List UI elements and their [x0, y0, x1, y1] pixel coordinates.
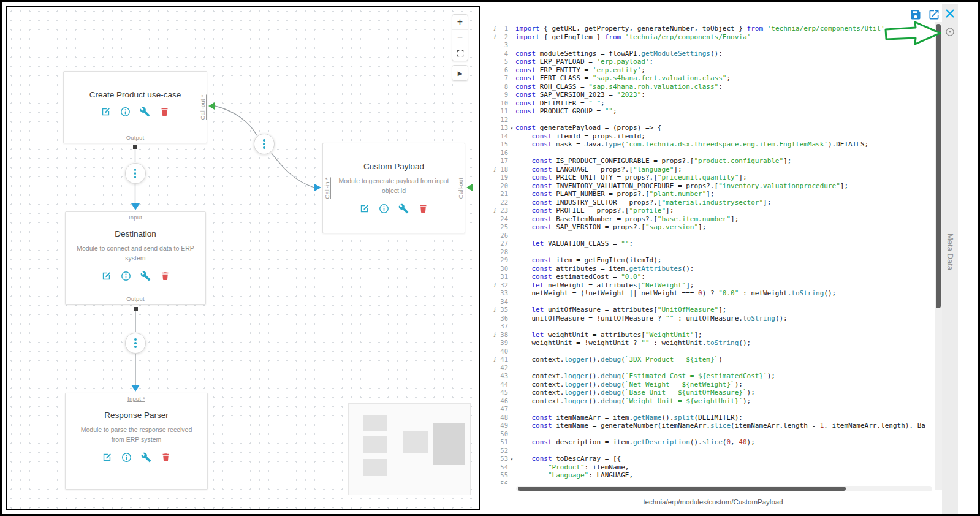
code-line[interactable]: 51 const description = item.getDescripti… — [484, 438, 933, 447]
code-line[interactable]: 47 — [484, 405, 933, 414]
code-line[interactable]: 37 — [484, 322, 933, 331]
code-editor-panel[interactable]: i1import { getURL, getProperty, generate… — [484, 4, 942, 514]
node-create-product-use-case[interactable]: Create Product use-case Output Call-out … — [63, 71, 207, 143]
code-line[interactable]: i38 let weightUnit = attributes["WeightU… — [484, 331, 933, 340]
fold-toggle[interactable]: ▾ — [508, 124, 515, 133]
edit-icon[interactable] — [101, 107, 111, 117]
code-line[interactable]: 27 let VALUATION_CLASS = ""; — [484, 240, 933, 248]
run-flow-button[interactable]: ▶ — [452, 65, 468, 81]
code-line[interactable]: 50 — [484, 430, 933, 439]
horizontal-scrollbar-thumb[interactable] — [518, 487, 846, 491]
code-line[interactable]: 42 — [484, 364, 933, 373]
flow-canvas[interactable]: Create Product use-case Output Call-out … — [6, 6, 480, 510]
code-line[interactable]: 24 const BaseItemNumber = props?.["base.… — [484, 215, 933, 224]
code-line[interactable]: i32 let netWeight = attributes["NetWeigh… — [484, 281, 933, 290]
code-line[interactable]: i18 const LANGUAGE = props?.["language"]… — [484, 165, 933, 174]
info-icon[interactable] — [121, 271, 131, 281]
code-line[interactable]: 53▾ const toDescArray = [{ — [484, 455, 933, 463]
code-line[interactable]: 34 — [484, 298, 933, 306]
delete-trash-icon[interactable] — [418, 203, 428, 214]
code-line[interactable]: 14 const itemId = props.itemId; — [484, 132, 933, 141]
meta-data-toggle-icon[interactable] — [945, 27, 955, 39]
horizontal-scrollbar[interactable] — [516, 486, 932, 491]
edit-icon[interactable] — [102, 452, 112, 463]
code-line[interactable]: 7const FERT_CLASS = "sap.s4hana.fert.val… — [484, 74, 933, 83]
code-line[interactable]: 48 const itemNameArr = item.getName().sp… — [484, 414, 933, 422]
vertical-scrollbar-thumb[interactable] — [936, 24, 941, 308]
code-line[interactable]: 26 — [484, 232, 933, 240]
code-line[interactable]: 22 const INDUSTRY_SECTOR = props?.["mate… — [484, 199, 933, 207]
delete-trash-icon[interactable] — [160, 271, 170, 281]
code-line[interactable]: 11const PRODUCT_GROUP = ""; — [484, 107, 933, 116]
code-line[interactable]: 6const ERP_ENTITY = 'erp.entity'; — [484, 66, 933, 75]
code-line[interactable]: i35 let unitOfMeasure = attributes["Unit… — [484, 306, 933, 314]
code-line[interactable]: 16 — [484, 149, 933, 157]
code-line[interactable]: i1import { getURL, getProperty, generate… — [484, 25, 933, 33]
configure-wrench-icon[interactable] — [141, 452, 151, 463]
code-line[interactable]: i2import { getEngItem } from 'technia/er… — [484, 33, 933, 42]
code-line[interactable]: 36 unitOfMeasure = !unitOfMeasure ? "" :… — [484, 314, 933, 323]
code-line[interactable]: 12 — [484, 116, 933, 124]
code-line[interactable]: 55 "Language": LANGUAGE, — [484, 471, 933, 480]
delete-trash-icon[interactable] — [159, 107, 170, 117]
code-line[interactable]: 49 const itemName = generateNumber(itemN… — [484, 422, 933, 430]
zoom-in-button[interactable]: + — [452, 15, 468, 30]
node-response-parser[interactable]: Input * Response Parser Module to parse … — [65, 393, 208, 490]
code-line[interactable]: 15 const mask = Java.type('com.technia.d… — [484, 140, 933, 149]
configure-wrench-icon[interactable] — [140, 107, 150, 117]
vertical-scrollbar[interactable] — [935, 22, 942, 490]
code-line[interactable]: 25 const SAP_VERSION = props?.["sap.vers… — [484, 223, 933, 232]
edge-menu-button[interactable] — [254, 134, 275, 154]
code-line[interactable]: i23 const PROFILE = props?.["profile"]; — [484, 207, 933, 215]
meta-data-tab[interactable]: Meta Data — [946, 233, 955, 270]
configure-wrench-icon[interactable] — [140, 271, 151, 281]
code-line[interactable]: 54 "Product": itemName, — [484, 463, 933, 472]
code-line[interactable]: 29 const item = getEngItem(itemId); — [484, 256, 933, 265]
code-line[interactable]: i41 context.logger().debug(`3DX Product … — [484, 355, 933, 364]
code-line[interactable]: 52 — [484, 447, 933, 455]
edge-menu-button[interactable] — [125, 333, 146, 354]
code-line[interactable]: 13▾const generatePayload = (props) => { — [484, 124, 933, 132]
code-line[interactable]: 4const moduleSettings = flowAPI.getModul… — [484, 50, 933, 58]
code-line[interactable]: 39 weightUnit = !weightUnit ? "" : weigh… — [484, 339, 933, 347]
code-line[interactable]: 46 context.logger().debug(`Weight Unit =… — [484, 397, 933, 406]
code-line[interactable]: 33 netWeight = (!netWeight || netWeight … — [484, 289, 933, 298]
info-icon[interactable] — [121, 452, 132, 463]
close-icon[interactable] — [944, 7, 956, 22]
node-custom-payload[interactable]: Call-in * Custom Payload Module to gener… — [322, 143, 465, 233]
code-line[interactable]: 5const ERP_PAYLOAD = 'erp.payload'; — [484, 58, 933, 66]
code-line[interactable]: 21 const PLANT_NUMBER = props?.["plant.n… — [484, 190, 933, 199]
fold-toggle[interactable]: ▾ — [508, 455, 515, 464]
code-line[interactable]: 9const SAP_VERSION_2023 = "2023"; — [484, 91, 933, 99]
code-line[interactable]: 31 const estimatedCost = "0.0"; — [484, 273, 933, 281]
configure-wrench-icon[interactable] — [398, 203, 409, 214]
edit-icon[interactable] — [101, 271, 112, 281]
code-line[interactable]: 3 — [484, 41, 933, 50]
code-line[interactable]: 28 — [484, 248, 933, 257]
edge-menu-button[interactable] — [125, 163, 146, 184]
output-port[interactable] — [133, 145, 137, 149]
minimap[interactable] — [348, 403, 471, 495]
code-line[interactable]: 20 const INVENTORY_VALUATION_PROCEDURE =… — [484, 182, 933, 191]
zoom-out-button[interactable]: − — [452, 30, 468, 45]
info-icon[interactable] — [120, 107, 131, 117]
code-line[interactable]: 56 — [484, 480, 933, 484]
code-lines[interactable]: i1import { getURL, getProperty, generate… — [484, 25, 933, 484]
delete-trash-icon[interactable] — [161, 452, 171, 463]
code-line[interactable]: 43 context.logger().debug(`Estimated Cos… — [484, 372, 933, 381]
code-line[interactable]: 40 — [484, 347, 933, 356]
edit-icon[interactable] — [359, 203, 370, 214]
code-line[interactable]: 8const ROH_CLASS = "sap.s4hana.roh.valua… — [484, 83, 933, 91]
node-destination[interactable]: Input Destination Module to connect and … — [65, 211, 206, 305]
code-line[interactable]: 19 const PRICE_UNIT_QTY = props?.["price… — [484, 173, 933, 182]
code-line[interactable]: 10const DELIMITER = "-"; — [484, 99, 933, 108]
info-icon[interactable] — [379, 203, 389, 214]
code-line[interactable]: 45 context.logger().debug(`Base Unit = $… — [484, 389, 933, 397]
output-port[interactable] — [134, 307, 138, 311]
save-icon[interactable] — [910, 9, 922, 21]
code-line[interactable]: 30 const attributes = item.getAttributes… — [484, 265, 933, 273]
code-line[interactable]: 44 context.logger().debug(`Net Weight = … — [484, 381, 933, 389]
code-line[interactable]: 17 const IS_PRODUCT_CONFIGURABLE = props… — [484, 157, 933, 165]
fit-view-button[interactable] — [452, 45, 468, 61]
open-in-new-icon[interactable] — [928, 9, 940, 21]
